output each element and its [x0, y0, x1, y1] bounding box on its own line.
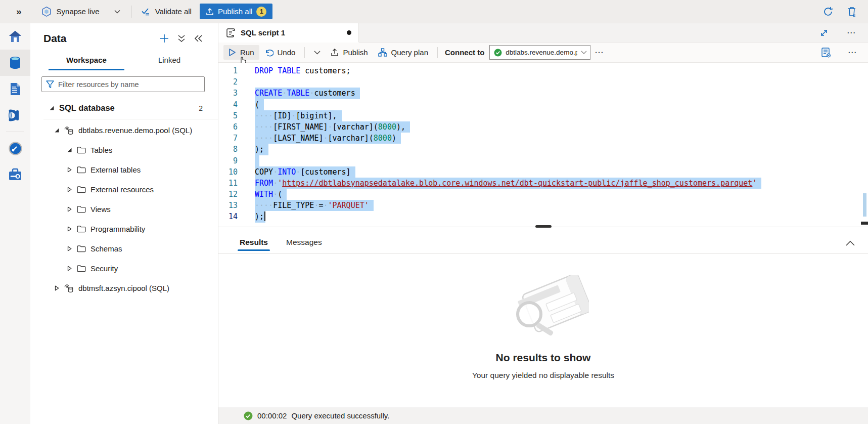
expand-panel-icon[interactable]: » — [16, 6, 22, 17]
collapsed-expander-icon[interactable] — [54, 285, 60, 291]
tree-item-schemas[interactable]: Schemas — [30, 239, 218, 259]
collapse-results-icon[interactable] — [833, 240, 868, 253]
code-line-8[interactable]: 8); — [218, 144, 868, 155]
discard-trash-icon[interactable] — [847, 6, 857, 17]
tree-item-external-tables[interactable]: External tables — [30, 160, 218, 180]
filter-box — [41, 76, 205, 92]
code-line-content[interactable]: DROP TABLE customers; — [255, 65, 351, 76]
code-line-13[interactable]: 13····FILE_TYPE·=·'PARQUET' — [218, 200, 868, 211]
filter-input[interactable] — [58, 80, 200, 89]
code-line-4[interactable]: 4( — [218, 99, 868, 110]
nav-monitor[interactable] — [0, 135, 30, 161]
code-line-content[interactable]: ); — [255, 144, 268, 155]
publish-button[interactable]: Publish — [326, 45, 373, 60]
code-line-content[interactable]: FROM·'https://dbtlabsynapsedatalake.blob… — [255, 178, 761, 189]
mode-chevron-icon[interactable] — [114, 10, 120, 14]
expanded-expander-icon[interactable] — [49, 105, 55, 111]
code-line-11[interactable]: 11FROM·'https://dbtlabsynapsedatalake.bl… — [218, 178, 868, 189]
refresh-icon[interactable] — [823, 6, 834, 17]
collapse-panel-icon[interactable] — [194, 34, 203, 43]
collapse-all-icon[interactable] — [177, 34, 186, 43]
tab-sql-script[interactable]: SQL script 1 — [218, 23, 359, 43]
splitter-handle[interactable] — [535, 225, 552, 228]
publish-icon — [206, 8, 214, 16]
line-number: 8 — [218, 144, 255, 155]
run-play-icon — [229, 48, 236, 57]
code-line-content[interactable]: ····[ID]·[bigint], — [255, 110, 342, 121]
tree-item-tables[interactable]: Tables — [30, 140, 218, 160]
collapsed-expander-icon[interactable] — [67, 226, 72, 232]
code-line-5[interactable]: 5····[ID]·[bigint], — [218, 110, 868, 121]
divider — [437, 47, 438, 58]
undo-button[interactable]: Undo — [259, 45, 301, 60]
expanded-expander-icon[interactable] — [54, 128, 60, 133]
code-line-14[interactable]: 14); — [218, 211, 868, 222]
nav-home[interactable] — [0, 23, 30, 50]
line-number: 3 — [218, 88, 255, 99]
line-number: 4 — [218, 99, 255, 110]
code-line-12[interactable]: 12WITH·( — [218, 189, 868, 200]
code-line-content[interactable]: CREATE·TABLE·customers — [255, 88, 360, 99]
code-line-6[interactable]: 6····[FIRST_NAME]·[varchar](8000), — [218, 121, 868, 133]
code-line-2[interactable]: 2 — [218, 76, 868, 88]
tree-item-dbtmsft-azsyn-cipool-sql[interactable]: dbtmsft.azsyn.cipool (SQL) — [30, 278, 218, 298]
toolbar-more-icon[interactable]: ⋯ — [590, 47, 608, 58]
code-line-7[interactable]: 7····[LAST_NAME]·[varchar](8000) — [218, 133, 868, 144]
code-line-3[interactable]: 3CREATE·TABLE·customers — [218, 88, 868, 99]
nav-data[interactable] — [0, 50, 30, 76]
results-panel: Results Messages — [218, 227, 868, 424]
publish-all-button[interactable]: Publish all 1 — [200, 4, 272, 19]
mode-selector[interactable]: Synapse live — [41, 6, 120, 17]
properties-icon[interactable] — [820, 47, 832, 58]
collapsed-expander-icon[interactable] — [67, 266, 72, 271]
line-number: 14 — [218, 211, 255, 222]
query-plan-button[interactable]: Query plan — [373, 45, 433, 60]
tree-item-label: Tables — [90, 146, 112, 154]
tree-item-sql-database[interactable]: SQL database2 — [30, 98, 218, 118]
code-line-content[interactable]: ····[FIRST_NAME]·[varchar](8000), — [255, 121, 410, 133]
tab-workspace[interactable]: Workspace — [49, 52, 124, 70]
tab-title: SQL script 1 — [241, 28, 285, 37]
tab-more-icon[interactable]: ⋯ — [843, 27, 860, 38]
collapsed-expander-icon[interactable] — [67, 246, 72, 251]
connection-dropdown[interactable]: dbtlabs.revenue.demo.pool — [489, 45, 590, 60]
expanded-expander-icon[interactable] — [67, 147, 72, 153]
tab-results[interactable]: Results — [238, 238, 270, 253]
collapsed-expander-icon[interactable] — [67, 167, 72, 173]
filter-funnel-icon — [46, 80, 54, 88]
line-number: 11 — [218, 178, 255, 189]
code-line-content[interactable]: ( — [255, 99, 264, 110]
tree-item-label: Programmability — [90, 225, 145, 233]
undo-dropdown-chevron[interactable] — [309, 48, 326, 58]
tree-item-security[interactable]: Security — [30, 259, 218, 278]
add-resource-icon[interactable] — [159, 33, 169, 44]
code-line-content[interactable]: WITH·( — [255, 189, 287, 200]
database-icon — [64, 126, 74, 135]
tree-item-label: Views — [90, 205, 111, 214]
code-line-1[interactable]: 1DROP TABLE customers; — [218, 65, 868, 76]
code-line-content[interactable]: ····[LAST_NAME]·[varchar](8000) — [255, 133, 401, 144]
tree-item-views[interactable]: Views — [30, 199, 218, 219]
tab-messages[interactable]: Messages — [284, 238, 324, 253]
nav-manage[interactable] — [0, 161, 30, 188]
tree-item-external-resources[interactable]: External resources — [30, 180, 218, 199]
code-line-content[interactable]: ); — [255, 211, 265, 222]
collapsed-expander-icon[interactable] — [67, 187, 72, 192]
tab-linked[interactable]: Linked — [131, 52, 207, 70]
nav-integrate[interactable] — [0, 102, 30, 129]
expand-editor-icon[interactable] — [819, 28, 829, 37]
line-number: 5 — [218, 110, 255, 121]
validate-all-button[interactable]: Validate all — [141, 7, 192, 16]
tree-item-programmability[interactable]: Programmability — [30, 219, 218, 239]
code-line-content[interactable]: ····FILE_TYPE·=·'PARQUET' — [255, 200, 374, 211]
nav-develop[interactable] — [0, 76, 30, 102]
tree-item-dbtlabs-revenue-demo-pool-sql[interactable]: dbtlabs.revenue.demo.pool (SQL) — [30, 120, 218, 140]
code-line-10[interactable]: 10COPY·INTO·[customers] — [218, 166, 868, 178]
editor-overview-ruler[interactable] — [861, 63, 868, 227]
editor-more-icon[interactable]: ⋯ — [844, 47, 861, 58]
collapsed-expander-icon[interactable] — [67, 206, 72, 212]
code-line-9[interactable]: 9 — [218, 155, 868, 166]
sql-code-editor[interactable]: 1DROP TABLE customers;23CREATE·TABLE·cus… — [218, 63, 868, 227]
code-line-content[interactable]: COPY·INTO·[customers] — [255, 166, 355, 178]
code-line-content[interactable] — [255, 155, 259, 166]
